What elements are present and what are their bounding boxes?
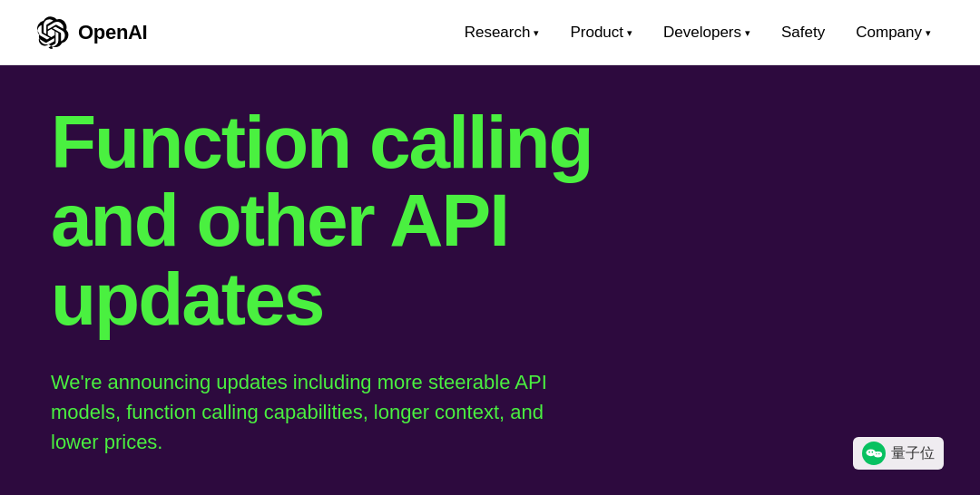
logo-link[interactable]: OpenAI	[36, 16, 147, 49]
svg-point-4	[872, 451, 874, 453]
nav-research-label: Research	[465, 24, 531, 42]
nav-company-chevron-icon: ▾	[926, 27, 931, 39]
navbar: OpenAI Research ▾ Product ▾ Developers ▾…	[0, 0, 980, 65]
nav-item-research[interactable]: Research ▾	[452, 16, 553, 49]
hero-section: Function calling and other API updates W…	[0, 65, 980, 495]
nav-product-label: Product	[570, 24, 623, 42]
nav-developers-label: Developers	[663, 24, 741, 42]
logo-text: OpenAI	[78, 21, 147, 44]
nav-item-safety[interactable]: Safety	[769, 16, 838, 49]
openai-logo-icon	[36, 16, 69, 49]
nav-company-label: Company	[856, 24, 922, 42]
nav-links: Research ▾ Product ▾ Developers ▾ Safety…	[452, 16, 944, 49]
watermark-text: 量子位	[891, 444, 935, 463]
nav-research-chevron-icon: ▾	[534, 27, 539, 39]
svg-point-5	[876, 453, 877, 454]
nav-item-developers[interactable]: Developers ▾	[651, 16, 763, 49]
svg-point-2	[874, 451, 882, 458]
nav-item-company[interactable]: Company ▾	[843, 16, 944, 49]
wechat-watermark: 量子位	[853, 437, 944, 470]
svg-point-6	[878, 453, 879, 454]
wechat-icon	[862, 442, 886, 465]
hero-title: Function calling and other API updates	[51, 103, 731, 337]
hero-subtitle: We're announcing updates including more …	[51, 367, 559, 457]
nav-developers-chevron-icon: ▾	[745, 27, 750, 39]
svg-point-3	[868, 451, 870, 453]
nav-item-product[interactable]: Product ▾	[557, 16, 645, 49]
nav-safety-label: Safety	[781, 24, 825, 42]
nav-product-chevron-icon: ▾	[627, 27, 632, 39]
